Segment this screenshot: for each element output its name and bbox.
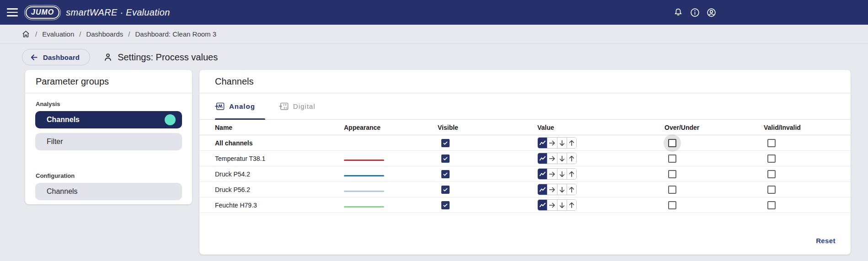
channel-name: Druck P54.2 [215,170,344,178]
sidebar-item-channels-analysis[interactable]: Channels [35,111,182,128]
valid-invalid-checkbox[interactable] [767,201,776,209]
value-mode-up-arrow-toggle[interactable] [567,169,576,179]
parameter-groups-panel: Parameter groups Analysis Channels Filte… [25,70,192,204]
value-mode-up-arrow-toggle[interactable] [567,138,576,148]
channel-name: Temperatur T38.1 [215,155,344,162]
value-mode-down-arrow-toggle[interactable] [557,184,567,195]
over-under-checkbox[interactable] [668,201,676,209]
channels-table-body: All channelsTemperatur T38.1Druck P54.2D… [199,135,851,213]
channel-name: Druck P56.2 [215,186,344,193]
sidebar-item-label: Channels [47,187,78,196]
value-cell [537,184,664,195]
value-mode-group [537,153,577,164]
active-indicator-dot [165,114,176,125]
app-title: smartWARE · Evaluation [66,7,170,18]
valid-invalid-cell [764,170,851,178]
breadcrumb: / Evaluation / Dashboards / Dashboard: C… [21,30,216,38]
valid-invalid-cell [764,201,851,209]
over-under-checkbox[interactable] [668,139,676,147]
value-mode-down-arrow-toggle[interactable] [557,153,567,164]
over-under-cell [664,154,764,163]
back-button-label: Dashboard [43,53,80,61]
over-under-checkbox[interactable] [668,154,676,163]
visible-checkbox[interactable] [441,186,450,194]
col-header-value: Value [537,124,664,131]
line-style-swatch[interactable] [344,175,384,176]
col-header-visible: Visible [438,124,537,131]
channel-row: Druck P54.2 [199,166,851,182]
valid-invalid-checkbox[interactable] [767,139,776,147]
over-under-checkbox[interactable] [668,170,676,178]
breadcrumb-bar: / Evaluation / Dashboards / Dashboard: C… [0,25,868,44]
over-under-cell [664,201,764,209]
line-style-swatch[interactable] [344,160,384,161]
visible-checkbox[interactable] [441,170,450,178]
value-mode-right-arrow-toggle[interactable] [547,153,557,164]
visible-cell [438,139,537,147]
over-under-cell [664,170,764,178]
svg-text:01: 01 [284,106,288,109]
page-toolbar: Dashboard Settings: Process values [0,44,868,70]
channels-title: Channels [199,70,851,93]
sidebar-item-filter[interactable]: Filter [35,133,182,150]
value-mode-trend-toggle[interactable] [538,138,547,148]
col-header-over-under: Over/Under [664,124,764,131]
visible-cell [438,186,537,194]
col-header-appearance: Appearance [344,124,438,131]
value-mode-right-arrow-toggle[interactable] [547,169,557,179]
value-mode-up-arrow-toggle[interactable] [567,153,576,164]
table-header: Name Appearance Visible Value Over/Under… [199,120,851,135]
value-mode-down-arrow-toggle[interactable] [557,200,567,210]
hamburger-menu-icon[interactable] [7,8,18,16]
value-cell [537,199,664,211]
visible-checkbox[interactable] [441,154,450,163]
appearance-cell [344,202,438,209]
jumo-logo: JUMO [26,6,59,19]
valid-invalid-checkbox[interactable] [767,170,776,178]
appearance-cell [344,186,438,193]
value-mode-trend-toggle[interactable] [538,169,547,179]
value-mode-trend-toggle[interactable] [538,153,547,164]
bell-icon[interactable] [673,7,683,17]
visible-cell [438,154,537,163]
tab-digital[interactable]: 10 01 Digital [279,93,316,119]
value-mode-up-arrow-toggle[interactable] [567,184,576,195]
sidebar-item-channels-configuration[interactable]: Channels [35,183,182,200]
over-under-cell [664,186,764,194]
value-mode-group [537,168,577,180]
page: JUMO smartWARE · Evaluation [0,0,868,261]
channels-panel: Channels Analog 10 01 Digital [199,70,851,255]
col-header-valid-invalid: Valid/Invalid [764,124,851,131]
value-cell [537,168,664,180]
value-cell [537,137,664,149]
value-mode-trend-toggle[interactable] [538,200,547,210]
valid-invalid-checkbox[interactable] [767,186,776,194]
value-mode-trend-toggle[interactable] [538,184,547,195]
digital-binary-icon: 10 01 [279,101,289,111]
breadcrumb-item-evaluation[interactable]: Evaluation [42,30,74,38]
value-mode-right-arrow-toggle[interactable] [547,200,557,210]
over-under-checkbox[interactable] [668,186,676,194]
value-mode-right-arrow-toggle[interactable] [547,184,557,195]
info-icon[interactable] [690,7,700,17]
tab-analog[interactable]: Analog [215,93,255,119]
valid-invalid-checkbox[interactable] [767,154,776,163]
value-mode-right-arrow-toggle[interactable] [547,138,557,148]
breadcrumb-item-dashboards[interactable]: Dashboards [86,30,123,38]
breadcrumb-item-current: Dashboard: Clean Room 3 [135,30,216,38]
line-style-swatch[interactable] [344,206,384,208]
account-icon[interactable] [706,7,716,17]
home-icon[interactable] [21,30,30,38]
value-mode-up-arrow-toggle[interactable] [567,200,576,210]
reset-button[interactable]: Reset [816,237,836,245]
back-to-dashboard-button[interactable]: Dashboard [22,49,90,65]
value-mode-group [537,199,577,211]
line-style-swatch[interactable] [344,191,384,192]
breadcrumb-separator: / [79,30,81,38]
value-mode-down-arrow-toggle[interactable] [557,169,567,179]
visible-checkbox[interactable] [441,139,450,147]
group-label-analysis: Analysis [36,101,192,107]
over-under-cell [664,139,764,147]
visible-checkbox[interactable] [441,201,450,209]
value-mode-down-arrow-toggle[interactable] [557,138,567,148]
